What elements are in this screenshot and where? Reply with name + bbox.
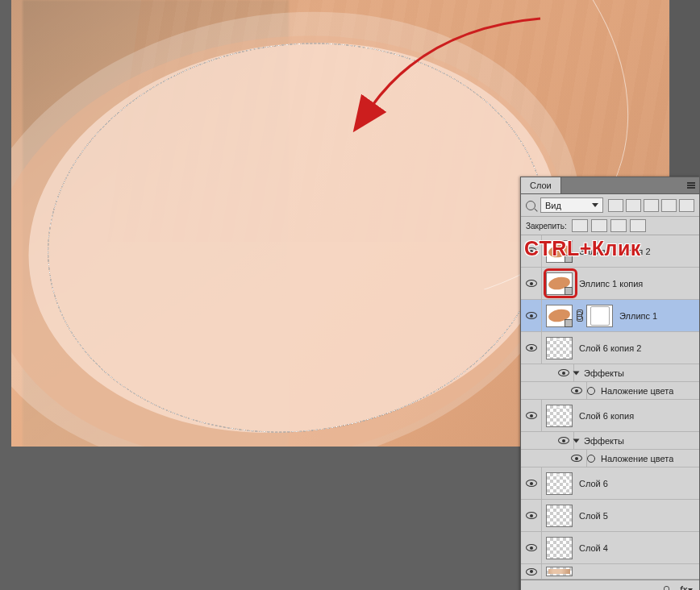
- lock-label: Закрепить:: [526, 222, 567, 231]
- layer-thumbnail[interactable]: [546, 567, 573, 576]
- eye-icon: [558, 369, 569, 376]
- eye-icon: [571, 455, 582, 462]
- eye-icon: [526, 568, 537, 575]
- lock-pixels-button[interactable]: [591, 219, 607, 232]
- layer-thumbnail[interactable]: [546, 305, 573, 327]
- shape-badge-icon: [565, 319, 573, 327]
- layers-bottom-bar: fx: [521, 580, 699, 590]
- color-overlay-label: Наложение цвета: [598, 454, 673, 463]
- effects-label: Эффекты: [581, 368, 624, 378]
- visibility-toggle[interactable]: [566, 382, 587, 399]
- add-fx-button[interactable]: fx: [680, 584, 693, 591]
- layer-row[interactable]: Слой 6 копия: [521, 400, 699, 432]
- layer-thumbnail[interactable]: [546, 272, 573, 295]
- layer-row[interactable]: Слой 4: [521, 532, 699, 564]
- lock-row: Закрепить:: [521, 217, 699, 235]
- filter-adjust-button[interactable]: [626, 199, 641, 212]
- eye-icon: [526, 412, 537, 419]
- eye-icon: [526, 312, 537, 319]
- layer-row[interactable]: Слой 5: [521, 500, 699, 532]
- search-icon: [526, 201, 535, 210]
- layer-thumbnail[interactable]: [546, 405, 573, 427]
- visibility-toggle[interactable]: [553, 364, 574, 381]
- layer-name-label[interactable]: Слой 6 копия: [577, 411, 634, 421]
- tab-layers[interactable]: Слои: [521, 177, 561, 193]
- layer-list[interactable]: Эллипс 1 копия 2 Эллипс 1 копия Эллипс 1: [521, 235, 699, 580]
- eye-icon: [526, 544, 537, 551]
- layer-name-label[interactable]: Слой 6: [577, 479, 608, 488]
- effect-bullet-icon: [587, 387, 595, 395]
- effect-item[interactable]: Наложение цвета: [521, 382, 699, 400]
- visibility-toggle[interactable]: [521, 532, 542, 563]
- layer-name-label[interactable]: Эллипс 1: [617, 311, 657, 321]
- filter-icon-group: [608, 199, 694, 212]
- shape-badge-icon: [565, 287, 573, 295]
- eye-icon: [526, 480, 537, 487]
- layer-thumbnail[interactable]: [546, 472, 573, 495]
- eye-icon: [558, 437, 569, 444]
- panel-menu-button[interactable]: [683, 177, 699, 193]
- layer-filter-row: Вид: [521, 194, 699, 217]
- link-icon: [664, 586, 669, 591]
- filter-shape-button[interactable]: [661, 199, 677, 212]
- layer-row[interactable]: Слой 6: [521, 467, 699, 500]
- link-icon[interactable]: [577, 311, 582, 320]
- fx-icon: fx: [680, 585, 693, 590]
- layer-name-label[interactable]: Слой 6 копия 2: [577, 343, 641, 353]
- layer-row[interactable]: [521, 564, 699, 580]
- tab-spacer: [561, 177, 683, 193]
- layer-name-label[interactable]: Слой 4: [577, 543, 608, 553]
- effects-group[interactable]: Эффекты: [521, 432, 699, 450]
- annotation-text: CTRL+Клик: [524, 237, 641, 260]
- filter-pixel-button[interactable]: [608, 199, 623, 212]
- lock-position-button[interactable]: [610, 219, 627, 232]
- visibility-toggle[interactable]: [521, 500, 542, 531]
- visibility-toggle[interactable]: [521, 467, 542, 499]
- visibility-toggle[interactable]: [521, 300, 542, 331]
- expand-triangle-icon[interactable]: [573, 371, 580, 375]
- filter-smart-button[interactable]: [679, 199, 694, 212]
- layer-mask-thumbnail[interactable]: [586, 305, 613, 327]
- eye-icon: [526, 344, 537, 351]
- app-chrome-right: [670, 0, 700, 177]
- lock-transparency-button[interactable]: [572, 219, 588, 232]
- layer-name-label[interactable]: Слой 5: [577, 511, 608, 521]
- visibility-toggle[interactable]: [553, 432, 574, 449]
- visibility-toggle[interactable]: [566, 450, 587, 467]
- filter-type-select[interactable]: Вид: [540, 197, 603, 213]
- visibility-toggle[interactable]: [521, 332, 542, 364]
- canvas-area: [0, 0, 524, 590]
- layer-row-selected[interactable]: Эллипс 1: [521, 300, 699, 332]
- filter-type-label: Вид: [545, 201, 561, 210]
- hamburger-icon: [687, 185, 695, 186]
- layer-thumbnail[interactable]: [546, 505, 573, 527]
- layer-row[interactable]: Эллипс 1 копия: [521, 268, 699, 300]
- color-overlay-label: Наложение цвета: [598, 386, 673, 396]
- layer-thumbnail[interactable]: [546, 337, 573, 359]
- effects-group[interactable]: Эффекты: [521, 364, 699, 382]
- chevron-down-icon: [592, 203, 598, 207]
- visibility-toggle[interactable]: [521, 400, 542, 431]
- link-layers-button[interactable]: [660, 584, 673, 591]
- effect-item[interactable]: Наложение цвета: [521, 450, 699, 467]
- panel-tab-bar: Слои: [521, 177, 699, 194]
- visibility-toggle[interactable]: [521, 268, 542, 299]
- filter-type-button[interactable]: [644, 199, 659, 212]
- layer-row[interactable]: Слой 6 копия 2: [521, 332, 699, 364]
- layer-thumbnail[interactable]: [546, 537, 573, 559]
- effect-bullet-icon: [587, 455, 595, 463]
- layer-name-label[interactable]: Эллипс 1 копия: [577, 279, 643, 289]
- eye-icon: [526, 280, 537, 287]
- eye-icon: [571, 387, 582, 394]
- eye-icon: [526, 512, 537, 519]
- effects-label: Эффекты: [581, 436, 624, 446]
- expand-triangle-icon[interactable]: [573, 438, 580, 442]
- lock-all-button[interactable]: [630, 219, 646, 232]
- visibility-toggle[interactable]: [521, 564, 542, 579]
